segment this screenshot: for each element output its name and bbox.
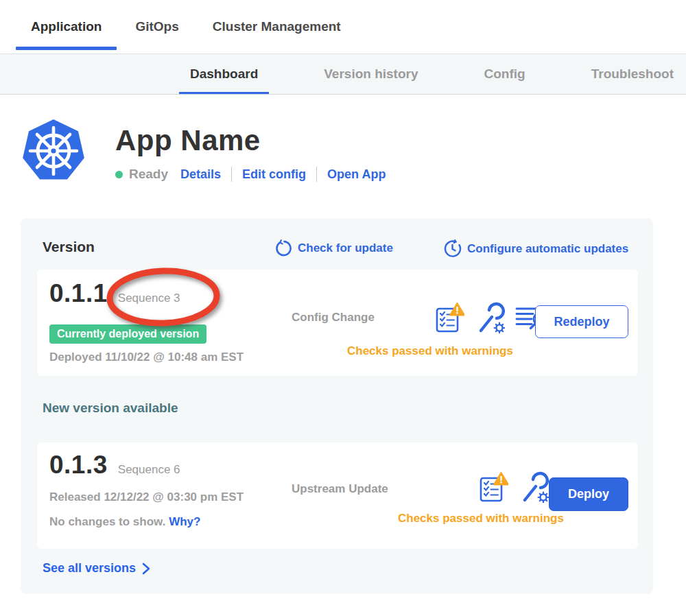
new-version-card: 0.1.3 Sequence 6 Released 12/12/22 @ 03:… xyxy=(37,442,638,549)
divider xyxy=(316,167,317,182)
configure-automatic-updates-label: Configure automatic updates xyxy=(467,242,628,256)
active-tab-underline xyxy=(179,92,269,95)
version-source-label: Config Change xyxy=(292,311,375,324)
redeploy-button[interactable]: Redeploy xyxy=(535,305,628,338)
currently-deployed-badge: Currently deployed version xyxy=(49,324,206,344)
version-source-label: Upstream Update xyxy=(292,482,388,496)
current-version-number: 0.1.1 xyxy=(49,279,108,308)
status-dot-icon xyxy=(115,171,123,178)
configure-automatic-updates-link[interactable]: Configure automatic updates xyxy=(443,239,628,258)
no-changes-line: No changes to show. Why? xyxy=(49,515,200,529)
why-link[interactable]: Why? xyxy=(169,515,200,528)
page-title: App Name xyxy=(115,124,261,157)
deployed-timestamp: Deployed 11/10/22 @ 10:48 am EST xyxy=(49,351,244,364)
tab-gitops-label: GitOps xyxy=(135,19,178,34)
tab-cluster-management[interactable]: Cluster Management xyxy=(198,0,356,54)
app-dashboard-page: Application GitOps Cluster Management Da… xyxy=(0,0,686,616)
status-badge: Ready xyxy=(129,167,168,182)
refresh-icon xyxy=(274,239,292,257)
new-version-heading: New version available xyxy=(43,401,178,416)
preflight-checks-icon[interactable] xyxy=(435,303,464,333)
tab-dashboard[interactable]: Dashboard xyxy=(179,54,269,94)
tab-gitops[interactable]: GitOps xyxy=(120,0,193,54)
check-for-update-link[interactable]: Check for update xyxy=(274,239,393,257)
tab-version-history[interactable]: Version history xyxy=(313,54,429,94)
tab-cluster-management-label: Cluster Management xyxy=(213,19,341,34)
version-panel: Version Check for update Configure autom… xyxy=(21,218,653,594)
wrench-gear-icon[interactable] xyxy=(519,471,549,503)
details-link[interactable]: Details xyxy=(180,167,221,182)
no-changes-text: No changes to show. xyxy=(49,515,165,528)
new-version-row: 0.1.3 Sequence 6 xyxy=(49,451,180,479)
current-version-row: 0.1.1 Sequence 3 xyxy=(49,279,180,308)
version-panel-title: Version xyxy=(43,239,95,255)
tab-config[interactable]: Config xyxy=(473,54,536,94)
see-all-versions-link[interactable]: See all versions xyxy=(43,561,150,576)
preflight-result-text: Checks passed with warnings xyxy=(398,512,564,525)
current-version-sequence: Sequence 3 xyxy=(118,292,180,305)
preflight-checks-icon[interactable] xyxy=(479,472,508,503)
new-version-sequence: Sequence 6 xyxy=(118,463,180,477)
current-version-card: 0.1.1 Sequence 3 Currently deployed vers… xyxy=(37,270,638,376)
open-app-link[interactable]: Open App xyxy=(327,167,386,182)
current-version-actions xyxy=(435,302,547,333)
tab-application-label: Application xyxy=(31,19,102,34)
divider xyxy=(231,167,232,182)
wrench-gear-icon[interactable] xyxy=(475,302,505,333)
kubernetes-logo xyxy=(21,118,86,184)
edit-config-link[interactable]: Edit config xyxy=(242,167,306,182)
tab-troubleshoot[interactable]: Troubleshoot xyxy=(580,54,685,94)
tab-dashboard-label: Dashboard xyxy=(190,67,258,82)
preflight-result-text: Checks passed with warnings xyxy=(347,344,513,358)
chevron-right-icon xyxy=(142,562,150,575)
new-version-actions xyxy=(479,471,549,503)
app-status-row: Ready Details Edit config Open App xyxy=(115,167,386,182)
tab-troubleshoot-label: Troubleshoot xyxy=(591,67,674,82)
deploy-button[interactable]: Deploy xyxy=(549,477,628,511)
new-version-number: 0.1.3 xyxy=(49,451,108,479)
tab-config-label: Config xyxy=(484,67,525,82)
see-all-versions-label: See all versions xyxy=(43,561,136,576)
released-timestamp: Released 12/12/22 @ 03:30 pm EST xyxy=(49,490,244,504)
tab-application[interactable]: Application xyxy=(16,0,117,54)
clock-history-icon xyxy=(443,239,462,258)
check-for-update-label: Check for update xyxy=(298,241,393,255)
active-tab-underline xyxy=(16,47,117,50)
tab-version-history-label: Version history xyxy=(324,67,418,82)
primary-nav: Application GitOps Cluster Management xyxy=(0,0,686,54)
secondary-nav: Dashboard Version history Config Trouble… xyxy=(0,54,686,95)
